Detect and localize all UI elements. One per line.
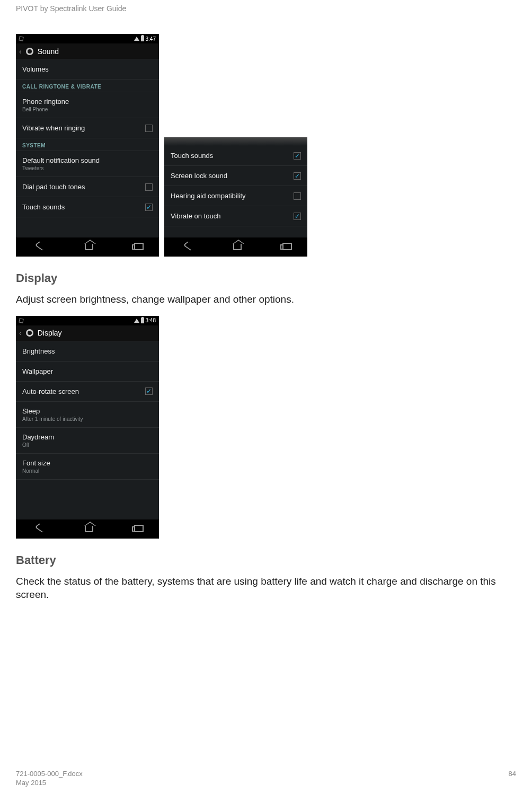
row-sublabel: Normal [22,468,50,474]
row-dial-pad-tones[interactable]: Dial pad touch tones [16,177,159,197]
row-auto-rotate[interactable]: Auto-rotate screen ✓ [16,382,159,402]
row-screen-lock-sound[interactable]: Screen lock sound ✓ [164,166,307,186]
status-time: 3:48 [146,318,156,323]
back-icon[interactable]: ‹ [19,329,22,337]
row-label: Volumes [22,65,49,73]
battery-body-text: Check the status of the battery, systems… [16,575,516,602]
row-sublabel: Tweeters [22,165,100,171]
row-label: Sleep [22,407,83,415]
checkmark-icon: ✓ [146,204,152,210]
wifi-icon [134,319,139,323]
battery-icon [141,36,144,41]
nav-home-button[interactable] [85,526,93,532]
app-bar-title: Display [38,329,62,337]
settings-list-continued[interactable]: Touch sounds ✓ Screen lock sound ✓ Heari… [164,146,307,237]
status-bar: 3:47 [16,34,159,43]
app-bar-title: Sound [38,47,59,56]
row-phone-ringtone[interactable]: Phone ringtone Bell Phone [16,92,159,118]
row-sublabel: After 1 minute of inactivity [22,416,83,422]
checkbox-checked[interactable]: ✓ [294,172,301,180]
nav-recent-button[interactable] [132,526,139,532]
sound-screenshots-row: 3:47 ‹ Sound Volumes CALL RINGTONE & VIB… [16,34,516,257]
row-label: Dial pad touch tones [22,183,85,191]
nav-back-button[interactable] [184,242,194,252]
checkmark-icon: ✓ [295,173,300,179]
row-label: Default notification sound [22,156,100,164]
row-sleep[interactable]: Sleep After 1 minute of inactivity [16,402,159,428]
row-label: Touch sounds [171,152,213,160]
phone-indicator-icon [19,318,23,323]
display-settings-screenshot: 3:48 ‹ Display Brightness Wallpaper Auto… [16,316,159,539]
row-label: Wallpaper [22,367,53,375]
checkbox-unchecked[interactable] [145,183,153,191]
row-label: Brightness [22,347,55,355]
gear-icon [26,329,33,337]
nav-recent-button[interactable] [132,244,139,250]
section-system: SYSTEM [16,138,159,151]
row-hearing-aid[interactable]: Hearing aid compatibility [164,186,307,206]
nav-bar [164,237,307,257]
row-label: Vibrate on touch [171,212,220,220]
phone-indicator-icon [19,36,23,41]
checkbox-unchecked[interactable] [294,192,301,200]
footer-file: 721-0005-000_F.docx [16,770,83,778]
wifi-icon [134,37,139,41]
nav-back-button[interactable] [36,524,46,534]
display-body-text: Adjust screen brightness, change wallpap… [16,293,516,306]
row-vibrate-when-ringing[interactable]: Vibrate when ringing [16,118,159,138]
gear-icon [26,48,33,55]
nav-back-button[interactable] [36,242,46,252]
nav-home-button[interactable] [85,244,93,250]
status-time: 3:47 [146,36,156,42]
row-wallpaper[interactable]: Wallpaper [16,362,159,382]
page-footer: 721-0005-000_F.docx May 2015 84 [0,770,532,787]
row-touch-sounds[interactable]: Touch sounds ✓ [164,146,307,166]
row-label: Phone ringtone [22,98,69,105]
checkbox-checked[interactable]: ✓ [294,213,301,220]
app-bar: ‹ Display [16,325,159,341]
checkbox-unchecked[interactable] [145,125,153,132]
nav-recent-button[interactable] [280,244,288,250]
row-label: Touch sounds [22,203,65,211]
row-sublabel: Bell Phone [22,107,69,112]
checkmark-icon: ✓ [295,213,300,219]
app-bar: ‹ Sound [16,43,159,59]
row-volumes[interactable]: Volumes [16,59,159,80]
row-label: Daydream [22,433,54,441]
checkbox-checked[interactable]: ✓ [145,204,153,211]
row-sublabel: Off [22,442,54,448]
sound-settings-continued-screenshot: Touch sounds ✓ Screen lock sound ✓ Heari… [164,137,307,257]
checkbox-checked[interactable]: ✓ [294,152,301,160]
nav-bar [16,237,159,257]
section-call-ringtone: CALL RINGTONE & VIBRATE [16,80,159,92]
row-label: Hearing aid compatibility [171,192,246,200]
settings-list[interactable]: Volumes CALL RINGTONE & VIBRATE Phone ri… [16,59,159,237]
nav-home-button[interactable] [233,244,242,250]
row-touch-sounds[interactable]: Touch sounds ✓ [16,197,159,217]
status-bar: 3:48 [16,316,159,325]
row-vibrate-on-touch[interactable]: Vibrate on touch ✓ [164,206,307,226]
row-brightness[interactable]: Brightness [16,341,159,362]
footer-date: May 2015 [16,779,83,787]
settings-list[interactable]: Brightness Wallpaper Auto-rotate screen … [16,341,159,519]
row-font-size[interactable]: Font size Normal [16,454,159,480]
battery-icon [141,318,144,323]
row-label: Vibrate when ringing [22,124,85,132]
battery-heading: Battery [16,553,516,567]
scroll-fade [164,137,307,146]
checkmark-icon: ✓ [146,388,152,394]
row-default-notification[interactable]: Default notification sound Tweeters [16,151,159,177]
checkbox-checked[interactable]: ✓ [145,387,153,395]
checkmark-icon: ✓ [295,153,300,159]
sound-settings-screenshot: 3:47 ‹ Sound Volumes CALL RINGTONE & VIB… [16,34,159,257]
nav-bar [16,519,159,539]
row-daydream[interactable]: Daydream Off [16,428,159,454]
row-label: Font size [22,459,50,467]
footer-page-number: 84 [509,770,516,787]
row-label: Auto-rotate screen [22,387,79,395]
doc-header: PIVOT by Spectralink User Guide [16,4,516,13]
back-icon[interactable]: ‹ [19,47,22,56]
display-heading: Display [16,271,516,285]
row-label: Screen lock sound [171,172,227,180]
